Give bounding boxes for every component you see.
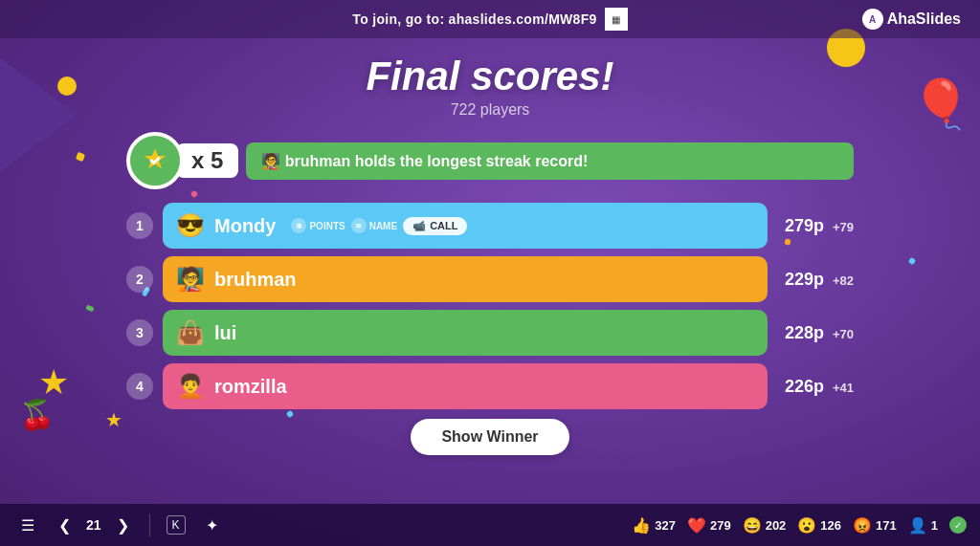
player-score-1: 279p +79 bbox=[777, 216, 854, 236]
leaderboard-row-3: 3 👜 lui 228p +70 bbox=[126, 310, 854, 356]
show-winner-button[interactable]: Show Winner bbox=[411, 419, 568, 455]
rank-badge-4: 4 bbox=[126, 373, 153, 400]
smile-count: 202 bbox=[766, 518, 787, 533]
k-icon: K bbox=[167, 515, 186, 535]
surprised-count: 126 bbox=[820, 518, 841, 533]
player-card-1: 😎 Mondy ⊕ POINTS ≋ NAME 📹 CALL bbox=[163, 203, 768, 249]
page-number: 21 bbox=[86, 517, 101, 533]
player-card-4: 🧑‍🦱 romzilla bbox=[163, 363, 768, 409]
score-value-3: 228p bbox=[785, 323, 824, 342]
player-count: 722 players bbox=[451, 101, 530, 119]
score-value-1: 279p bbox=[785, 216, 824, 235]
user-icon: 👤 bbox=[908, 516, 927, 535]
points-badge: ⊕ POINTS bbox=[291, 218, 345, 233]
smile-icon: 😄 bbox=[743, 516, 762, 535]
divider-1 bbox=[149, 513, 150, 536]
score-delta-2: +82 bbox=[833, 273, 854, 288]
join-url: ahaslides.com/MW8F9 bbox=[449, 11, 597, 27]
streak-banner: x 5 🧑‍🏫 bruhman holds the longest streak… bbox=[126, 132, 854, 189]
score-delta-3: +70 bbox=[833, 327, 854, 341]
call-icon: 📹 bbox=[412, 220, 426, 232]
player-name-3: lui bbox=[214, 322, 236, 344]
bottom-bar-left: ☰ ❮ 21 ❯ K ✦ bbox=[13, 511, 227, 539]
leaderboard-row-2: 2 🧑‍🏫 bruhman 229p +82 bbox=[126, 256, 854, 302]
rank-badge-2: 2 bbox=[126, 266, 153, 293]
show-winner-wrap: Show Winner bbox=[411, 419, 568, 455]
page-indicator: 21 bbox=[86, 517, 101, 533]
player-card-2: 🧑‍🏫 bruhman bbox=[163, 256, 768, 302]
player-name-2: bruhman bbox=[214, 269, 297, 291]
surprised-icon: 😮 bbox=[797, 516, 816, 535]
qr-code-icon: ▦ bbox=[605, 8, 628, 31]
rank-badge-1: 1 bbox=[126, 212, 153, 239]
leaderboard: 1 😎 Mondy ⊕ POINTS ≋ NAME 📹 CALL bbox=[126, 203, 854, 409]
stat-smile: 😄 202 bbox=[743, 516, 787, 535]
check-indicator: ✓ bbox=[949, 516, 967, 534]
name-badge: ≋ NAME bbox=[351, 218, 397, 233]
rank-badge-3: 3 bbox=[126, 319, 153, 346]
angry-icon: 😡 bbox=[853, 516, 872, 535]
player-score-2: 229p +82 bbox=[777, 270, 854, 290]
next-slide-button[interactable]: ❯ bbox=[109, 511, 138, 539]
page-title: Final scores! bbox=[366, 54, 613, 99]
angry-count: 171 bbox=[876, 518, 897, 533]
streak-check-icon bbox=[126, 132, 184, 189]
points-label: POINTS bbox=[309, 221, 345, 231]
menu-icon: ☰ bbox=[21, 516, 34, 535]
player-emoji-2: 🧑‍🏫 bbox=[176, 266, 205, 293]
main-content: Final scores! 722 players x 5 🧑‍🏫 bruhma… bbox=[0, 38, 980, 455]
name-icon: ≋ bbox=[351, 218, 367, 233]
logo: A AhaSlides bbox=[862, 9, 961, 30]
call-button[interactable]: 📹 CALL bbox=[403, 217, 467, 235]
logo-icon: A bbox=[862, 9, 883, 30]
bottom-bar: ☰ ❮ 21 ❯ K ✦ 👍 327 ❤️ 279 😄 202 bbox=[0, 504, 980, 546]
join-label: To join, go to: bbox=[352, 11, 448, 27]
thumbsup-icon: 👍 bbox=[632, 516, 651, 535]
player-emoji-3: 👜 bbox=[176, 319, 205, 346]
bottom-bar-stats: 👍 327 ❤️ 279 😄 202 😮 126 😡 171 👤 1 ✓ bbox=[632, 516, 967, 535]
thumbsup-count: 327 bbox=[655, 518, 676, 533]
leaderboard-row-1: 1 😎 Mondy ⊕ POINTS ≋ NAME 📹 CALL bbox=[126, 203, 854, 249]
logo-text: AhaSlides bbox=[887, 11, 961, 28]
star-icon: ✦ bbox=[206, 516, 218, 535]
score-value-2: 229p bbox=[785, 270, 824, 289]
score-delta-1: +79 bbox=[833, 220, 854, 234]
score-delta-4: +41 bbox=[833, 381, 854, 395]
heart-count: 279 bbox=[710, 518, 731, 533]
prev-slide-button[interactable]: ❮ bbox=[50, 511, 78, 539]
name-label: NAME bbox=[369, 221, 397, 231]
player-badges-1: ⊕ POINTS ≋ NAME 📹 CALL bbox=[291, 217, 467, 235]
stat-thumbsup: 👍 327 bbox=[632, 516, 676, 535]
leaderboard-row-4: 4 🧑‍🦱 romzilla 226p +41 bbox=[126, 363, 854, 409]
stat-users: 👤 1 bbox=[908, 516, 938, 535]
player-emoji-4: 🧑‍🦱 bbox=[176, 373, 205, 400]
prev-icon: ❮ bbox=[58, 516, 71, 535]
star-button[interactable]: ✦ bbox=[198, 511, 227, 539]
menu-button[interactable]: ☰ bbox=[13, 511, 42, 539]
player-name-4: romzilla bbox=[214, 376, 287, 398]
k-button[interactable]: K bbox=[162, 511, 190, 539]
points-icon: ⊕ bbox=[291, 218, 306, 233]
player-score-3: 228p +70 bbox=[777, 323, 854, 343]
score-value-4: 226p bbox=[785, 377, 824, 396]
next-icon: ❯ bbox=[117, 516, 129, 535]
player-name-1: Mondy bbox=[214, 215, 276, 237]
user-count: 1 bbox=[931, 518, 938, 533]
player-score-4: 226p +41 bbox=[777, 377, 854, 397]
call-label: CALL bbox=[430, 220, 457, 231]
header-bar: To join, go to: ahaslides.com/MW8F9 ▦ A … bbox=[0, 0, 980, 38]
streak-message: 🧑‍🏫 bruhman holds the longest streak rec… bbox=[246, 142, 854, 180]
streak-multiplier: x 5 bbox=[176, 143, 238, 178]
player-emoji-1: 😎 bbox=[176, 212, 205, 239]
join-text: To join, go to: ahaslides.com/MW8F9 bbox=[352, 11, 596, 27]
stat-angry: 😡 171 bbox=[853, 516, 897, 535]
heart-icon: ❤️ bbox=[687, 516, 706, 535]
stat-surprised: 😮 126 bbox=[797, 516, 841, 535]
player-card-3: 👜 lui bbox=[163, 310, 768, 356]
stat-heart: ❤️ 279 bbox=[687, 516, 731, 535]
